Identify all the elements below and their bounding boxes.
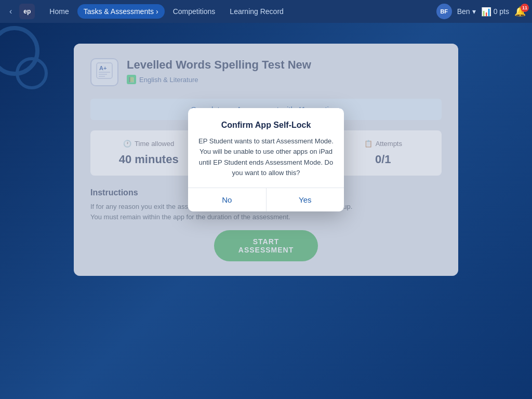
modal-yes-button[interactable]: Yes	[267, 188, 344, 211]
modal-body: EP Student wants to start Assessment Mod…	[198, 136, 334, 178]
user-avatar: BF	[436, 4, 452, 19]
app-logo: ep	[19, 4, 35, 19]
nav-links: Home Tasks & Assessments Competitions Le…	[43, 4, 432, 19]
nav-learning-record[interactable]: Learning Record	[223, 4, 290, 19]
nav-competitions[interactable]: Competitions	[167, 4, 222, 19]
back-button[interactable]: ‹	[6, 5, 15, 18]
user-menu[interactable]: Ben ▾	[457, 7, 476, 16]
confirm-dialog: Confirm App Self-Lock EP Student wants t…	[188, 108, 344, 211]
modal-buttons: No Yes	[188, 188, 344, 211]
assessment-card: A+ Levelled Words Spelling Test New 📗 En…	[74, 44, 458, 276]
nav-home[interactable]: Home	[43, 4, 75, 19]
notification-count: 11	[521, 4, 529, 12]
modal-no-button[interactable]: No	[188, 188, 267, 211]
nav-tasks[interactable]: Tasks & Assessments	[77, 4, 165, 19]
modal-overlay: Confirm App Self-Lock EP Student wants t…	[74, 44, 458, 276]
notifications-button[interactable]: 🔔 11	[514, 6, 526, 17]
navigation: ‹ ep Home Tasks & Assessments Competitio…	[0, 0, 532, 23]
points-display: 📊 0 pts	[481, 7, 509, 17]
main-content: A+ Levelled Words Spelling Test New 📗 En…	[0, 23, 532, 297]
nav-right: BF Ben ▾ 📊 0 pts 🔔 11	[436, 4, 526, 19]
modal-title: Confirm App Self-Lock	[198, 121, 334, 130]
chart-icon: 📊	[481, 7, 491, 17]
